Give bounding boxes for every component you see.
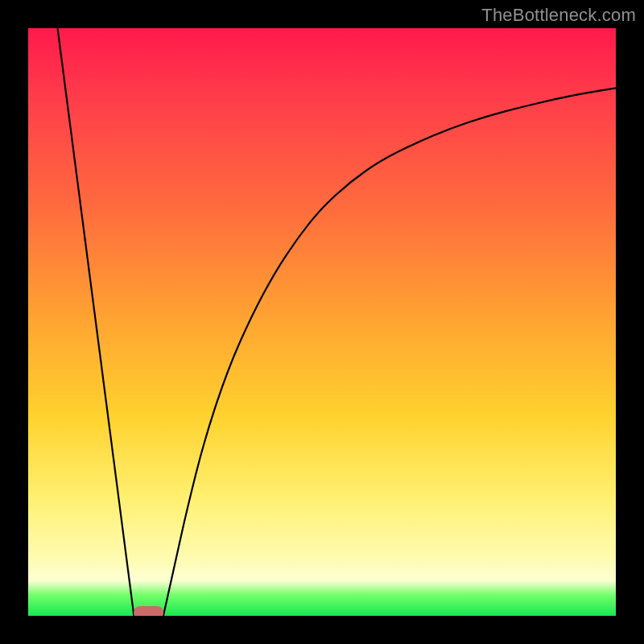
plot-area	[28, 28, 616, 616]
curve-layer	[28, 28, 616, 616]
right-rising-curve	[163, 88, 616, 616]
bottleneck-marker	[134, 606, 163, 616]
chart-frame: TheBottleneck.com	[0, 0, 644, 644]
watermark-text: TheBottleneck.com	[481, 5, 636, 26]
left-falling-segment	[58, 28, 134, 616]
